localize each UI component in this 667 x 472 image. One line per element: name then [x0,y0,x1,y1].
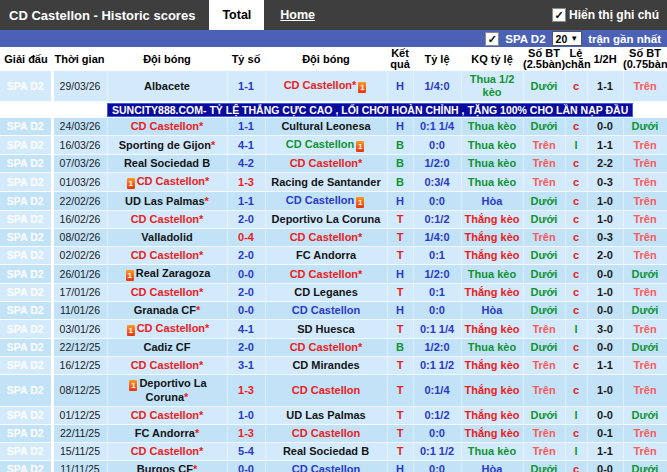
match-date: 02/02/26 [52,247,107,265]
half-time-score: 0-3 [587,173,623,192]
asian-handicap-odds: 1/2:0 [413,265,461,284]
home-team-cell: CD Castellon* [107,357,227,375]
favorite-star: * [195,427,199,439]
red-card-icon: 1 [127,178,135,189]
over-under-2-5: Dưới [523,339,565,357]
full-time-score: 2-0 [227,284,265,302]
league-filter-checkbox[interactable]: ✓ [485,32,499,46]
team-name: CD Castellon [290,231,358,243]
league-badge: SPA D2 [0,407,52,425]
league-badge: SPA D2 [0,375,52,407]
away-team-cell: CD Castellon* [265,339,387,357]
over-under-2-5: Dưới [523,284,565,302]
ad-banner-link[interactable]: SUNCITY888.COM- TỶ LỆ THẮNG CỰC CAO , LỐ… [107,103,633,117]
over-under-2-5: Trên [523,357,565,375]
odd-even: c [565,173,587,192]
tab-home[interactable]: Home [280,8,315,22]
handicap-result: Hòa [461,461,523,472]
home-team-cell: Valladolid [107,229,227,247]
match-row: SPA D201/03/261CD Castellon*1-3Racing de… [0,173,667,192]
away-team-cell: CD Castellon1 [265,192,387,211]
favorite-star: * [358,157,362,169]
away-team-cell: Real Sociedad B [265,443,387,461]
result-letter: T [387,284,413,302]
result-letter: H [387,118,413,136]
away-team-cell: CD Castellon* [265,155,387,173]
tab-total[interactable]: Total [209,0,264,30]
header-row: Giải đấuThời gianĐội bóngTỷ sốĐội bóngKế… [0,47,667,71]
over-under-0-75-ht: Dưới [623,302,667,320]
team-name: CD Mirandes [292,359,359,371]
away-team-cell: CD Castellon [265,302,387,320]
match-date: 08/12/25 [52,375,107,407]
over-under-0-75-ht: Trên [623,173,667,192]
favorite-star: * [199,249,203,261]
home-team-cell: CD Castellon* [107,443,227,461]
favorite-star: * [193,463,197,472]
handicap-result: Thắng kèo [461,357,523,375]
favorite-star: * [358,341,362,353]
match-date: 08/02/26 [52,229,107,247]
column-header: Kết quả [387,47,413,71]
odd-even: c [565,357,587,375]
handicap-result: Hòa [461,192,523,211]
match-row: SPA D216/12/25CD Castellon*3-1CD Mirande… [0,357,667,375]
match-row: SPA D202/02/26CD Castellon*2-0FC Andorra… [0,247,667,265]
match-row: SPA D222/02/26UD Las Palmas*1-1CD Castel… [0,192,667,211]
half-time-score: 0-0 [587,407,623,425]
team-name: CD Castellon [292,384,360,396]
match-date: 11/01/26 [52,302,107,320]
league-badge: SPA D2 [0,425,52,443]
match-date: 16/03/26 [52,136,107,155]
column-header: Đội bóng [107,47,227,71]
odd-even: c [565,118,587,136]
away-team-cell: SD Huesca [265,320,387,339]
ad-banner-row: SUNCITY888.COM- TỶ LỆ THẮNG CỰC CAO , LỐ… [0,102,667,119]
show-notes-toggle[interactable]: ✓ Hiển thị ghi chú [552,8,667,22]
historic-scores-table: Giải đấuThời gianĐội bóngTỷ sốĐội bóngKế… [0,47,667,472]
favorite-star: * [205,175,209,187]
team-name: Real Zaragoza [136,267,211,279]
column-header: Đội bóng [265,47,387,71]
team-name: Sporting de Gijon [119,139,211,151]
match-date: 07/03/26 [52,155,107,173]
team-name: Cadiz CF [143,341,190,353]
column-header: 1/2H [587,47,623,71]
home-team-cell: CD Castellon* [107,284,227,302]
team-name: Cultural Leonesa [281,120,370,132]
recent-count-select[interactable]: 20 ▼ [552,31,583,46]
home-team-cell: 1CD Castellon* [107,173,227,192]
team-name: Burgos CF [137,463,193,472]
away-team-cell: CD Castellon [265,461,387,472]
over-under-2-5: Trên [523,320,565,339]
favorite-star: * [358,231,362,243]
half-time-score: 0-0 [587,118,623,136]
team-name: UD Las Palmas [125,195,204,207]
handicap-result: Thua kèo [461,136,523,155]
over-under-0-75-ht: Dưới [623,265,667,284]
over-under-0-75-ht: Trên [623,357,667,375]
handicap-result: Thua kèo [461,155,523,173]
red-card-icon: 1 [356,141,364,152]
away-team-cell: UD Las Palmas [265,407,387,425]
result-letter: T [387,425,413,443]
over-under-2-5: Trên [523,173,565,192]
league-badge: SPA D2 [0,461,52,472]
favorite-star: * [199,445,203,457]
handicap-result: Thua kèo [461,443,523,461]
result-letter: H [387,461,413,472]
over-under-2-5: Dưới [523,302,565,320]
half-time-score: 0-3 [587,229,623,247]
asian-handicap-odds: 0:1 1/4 [413,320,461,339]
asian-handicap-odds: 0:1 [413,284,461,302]
league-badge: SPA D2 [0,265,52,284]
away-team-cell: CD Castellon* [265,265,387,284]
full-time-score: 1-0 [227,407,265,425]
column-header: Số BT (2.5bàn) [523,47,565,71]
match-row: SPA D201/12/25CD Castellon*1-0UD Las Pal… [0,407,667,425]
home-team-cell: 1CD Castellon* [107,320,227,339]
over-under-0-75-ht: Trên [623,425,667,443]
league-badge: SPA D2 [0,211,52,229]
checkbox-checked-icon[interactable]: ✓ [552,8,566,22]
result-letter: T [387,375,413,407]
